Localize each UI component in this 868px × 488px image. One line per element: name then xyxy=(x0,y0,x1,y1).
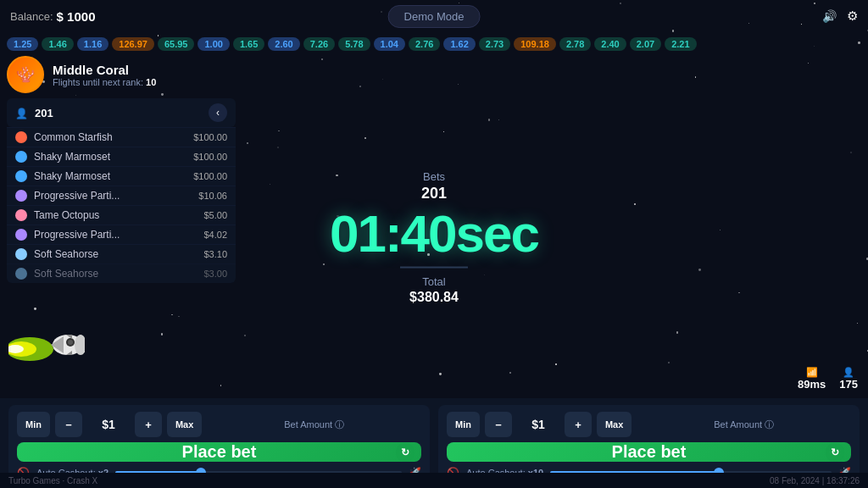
bets-label: Bets xyxy=(330,170,538,183)
svg-point-6 xyxy=(68,340,73,345)
list-item: Shaky Marmoset $100.00 xyxy=(7,166,236,186)
multiplier-badge: 2.40 xyxy=(594,37,626,51)
bets-number: 201 xyxy=(330,185,538,202)
rocket-container xyxy=(34,324,85,369)
person-icon xyxy=(15,107,28,119)
left-min-button[interactable]: Min xyxy=(17,412,50,437)
bet-panel-left-middle: Place bet ↻ xyxy=(17,442,421,462)
chevron-button[interactable] xyxy=(209,103,227,122)
balance-value: $ 1000 xyxy=(57,9,96,24)
left-amount-label: Bet Amount ⓘ xyxy=(207,419,421,431)
list-item: Progressive Parti... $4.02 xyxy=(7,225,236,244)
multiplier-badge: 1.00 xyxy=(198,37,229,51)
bet-avatar xyxy=(15,131,27,143)
top-bar: Balance: $ 1000 Demo Mode xyxy=(0,0,868,32)
settings-icon[interactable] xyxy=(847,8,858,24)
user-panel: 🪸 Middle Coral Flights until next rank: … xyxy=(7,56,236,283)
demo-mode-button[interactable]: Demo Mode xyxy=(388,5,481,28)
bet-avatar xyxy=(15,151,27,163)
chevron-left-icon xyxy=(216,107,220,119)
bets-count-bar: 201 xyxy=(7,98,236,127)
bet-avatar xyxy=(15,170,27,182)
page-footer: Turbo Games · Crash X 08 Feb, 2024 | 18:… xyxy=(0,473,868,488)
bet-amount: $3.00 xyxy=(203,269,227,279)
ping-badge: 📶 89ms xyxy=(798,367,826,391)
multiplier-badge: 2.21 xyxy=(665,37,696,51)
refresh-icon-right: ↻ xyxy=(826,443,844,462)
bet-avatar xyxy=(15,190,27,202)
left-bet-controls: Min − $1 + Max xyxy=(17,412,202,437)
multiplier-badge: 5.78 xyxy=(338,37,370,51)
bet-name: Tame Octopus xyxy=(34,209,203,221)
right-min-button[interactable]: Min xyxy=(447,412,480,437)
right-max-button[interactable]: Max xyxy=(597,412,632,437)
users-value: 175 xyxy=(839,378,858,391)
bets-list: Common Starfish $100.00 Shaky Marmoset $… xyxy=(7,127,236,283)
rocket-body xyxy=(34,324,85,366)
list-item: Progressive Parti... $10.06 xyxy=(7,186,236,205)
multiplier-badge: 1.46 xyxy=(42,37,73,51)
left-max-button[interactable]: Max xyxy=(167,412,202,437)
bet-amount: $4.02 xyxy=(203,230,227,240)
place-bet-left-button[interactable]: Place bet ↻ xyxy=(17,442,421,462)
bet-amount: $3.10 xyxy=(203,249,227,259)
list-item: Tame Octopus $5.00 xyxy=(7,205,236,225)
sound-icon[interactable] xyxy=(822,8,837,24)
center-display: Bets 201 01:40sec Total $380.84 xyxy=(330,170,538,305)
right-minus-button[interactable]: − xyxy=(485,412,512,437)
top-right-icons xyxy=(822,8,858,24)
bet-panel-left-top: Min − $1 + Max Bet Amount ⓘ xyxy=(17,412,421,437)
multiplier-badge: 2.73 xyxy=(479,37,510,51)
bet-avatar xyxy=(15,209,27,221)
bet-avatar xyxy=(15,268,27,280)
total-amount: $380.84 xyxy=(330,290,538,305)
ping-value: 89ms xyxy=(798,378,826,391)
footer-left: Turbo Games · Crash X xyxy=(8,476,97,485)
bet-name: Progressive Parti... xyxy=(34,190,198,202)
multiplier-badge: 65.95 xyxy=(158,37,195,51)
refresh-icon-left: ↻ xyxy=(396,443,415,462)
bet-name: Soft Seahorse xyxy=(34,268,203,280)
multiplier-badge: 1.65 xyxy=(233,37,264,51)
multiplier-badge: 7.26 xyxy=(303,37,335,51)
bet-amount: $100.00 xyxy=(193,132,227,142)
multiplier-badge: 2.07 xyxy=(630,37,661,51)
timer-divider xyxy=(400,267,468,269)
multiplier-badge: 1.16 xyxy=(77,37,108,51)
bet-avatar xyxy=(15,248,27,260)
total-label: Total xyxy=(330,275,538,288)
bet-panel-right: Min − $1 + Max Bet Amount ⓘ Place bet ↻ … xyxy=(438,405,860,481)
bet-panel-left: Min − $1 + Max Bet Amount ⓘ Place bet ↻ … xyxy=(8,405,430,481)
right-amount-label: Bet Amount ⓘ xyxy=(637,419,851,431)
bet-amount: $100.00 xyxy=(193,171,227,181)
user-info: 🪸 Middle Coral Flights until next rank: … xyxy=(7,56,236,93)
right-bet-value: $1 xyxy=(517,418,559,431)
bet-amount: $10.06 xyxy=(198,191,227,201)
bottom-right-info: 📶 89ms 👤 175 xyxy=(798,367,858,391)
left-minus-button[interactable]: − xyxy=(55,412,82,437)
right-bet-controls: Min − $1 + Max xyxy=(447,412,632,437)
multiplier-badge: 1.04 xyxy=(374,37,405,51)
bet-name: Soft Seahorse xyxy=(34,248,203,260)
multiplier-badge: 2.78 xyxy=(559,37,591,51)
multiplier-badge: 1.62 xyxy=(443,37,475,51)
bet-avatar xyxy=(15,229,27,241)
user-rank: Flights until next rank: 10 xyxy=(53,77,156,87)
bet-amount: $100.00 xyxy=(193,152,227,162)
list-item: Soft Seahorse $3.10 xyxy=(7,244,236,263)
multiplier-badge: 126.97 xyxy=(112,37,154,51)
bets-count: 201 xyxy=(35,107,53,119)
bet-name: Progressive Parti... xyxy=(34,229,203,241)
multiplier-ticker: 1.251.461.16126.9765.951.001.652.607.265… xyxy=(0,32,868,56)
multiplier-badge: 1.25 xyxy=(7,37,38,51)
avatar: 🪸 xyxy=(7,56,44,93)
left-plus-button[interactable]: + xyxy=(135,412,162,437)
timer-display: 01:40sec xyxy=(330,208,538,260)
bet-amount: $5.00 xyxy=(203,210,227,220)
list-item: Soft Seahorse $3.00 xyxy=(7,263,236,283)
list-item: Shaky Marmoset $100.00 xyxy=(7,147,236,166)
bet-name: Common Starfish xyxy=(34,131,193,143)
user-name: Middle Coral xyxy=(53,63,156,77)
place-bet-right-button[interactable]: Place bet ↻ xyxy=(447,442,851,462)
right-plus-button[interactable]: + xyxy=(565,412,592,437)
